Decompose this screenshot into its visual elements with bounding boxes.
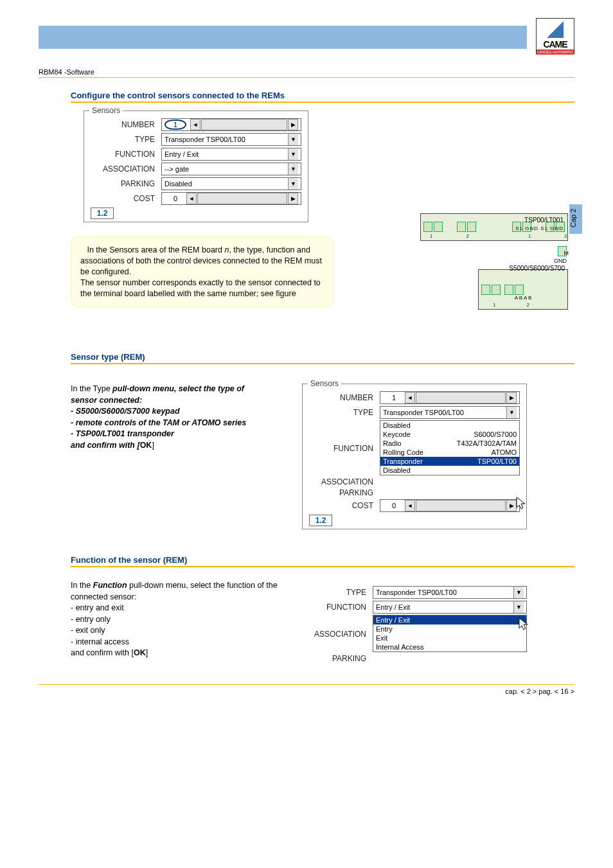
label-cost: COST [91,194,161,203]
dropdown-option[interactable]: Entry [373,624,526,633]
chevron-down-icon: ▼ [513,601,524,613]
info-note: In the Sensors area of the REM board n, … [71,236,334,307]
chevron-down-icon: ▼ [288,148,298,160]
section-title-sensor-type: Sensor type (REM) [71,352,574,364]
spin-left-icon[interactable]: ◄ [190,119,200,130]
label-association: ASSOCIATION [91,164,161,173]
wiring-diagram: TSP00/LT001 S1 GND S1 GND 1212 M GND S50… [420,213,568,328]
panel-legend: Sensors [308,379,341,388]
label-function: FUNCTION [91,150,161,159]
label-type: TYPE [302,588,373,597]
type-dropdown[interactable]: Transponder TSP00/LT00▼ [373,586,527,599]
spin-right-icon[interactable]: ▶ [506,392,517,403]
cursor-icon [518,617,531,631]
association-dropdown[interactable]: --> gate▼ [161,163,301,175]
label-parking: PARKING [309,488,380,497]
type-dropdown-list[interactable]: DisabledKeycodeS6000/S7000RadioT432A/T30… [380,420,520,475]
dropdown-option[interactable]: Exit [373,633,526,642]
breadcrumb: RBM84 -Software [39,68,574,78]
section-title-function: Function of the sensor (REM) [71,555,574,567]
label-type: TYPE [309,408,380,417]
function-dropdown[interactable]: Entry / Exit▼ [373,601,527,614]
page-footer: cap. < 2 > pag. < 16 > [39,684,574,695]
sensors-panel-2: Sensors NUMBER 1 ◄ ▶ TYPE Transponder TS… [302,384,527,529]
chevron-down-icon: ▼ [288,163,298,175]
cost-spinner[interactable]: 0 ◄ ▶ [380,499,520,512]
dropdown-option[interactable]: Rolling CodeATOMO [380,448,519,457]
type-dropdown[interactable]: Transponder TSP00/LT00▼ [161,133,301,146]
function-text: In the Function pull-down menu, select t… [71,580,289,659]
header-band [39,26,527,49]
dropdown-option[interactable]: Internal Access [373,642,526,651]
function-dropdown[interactable]: Entry / Exit▼ [161,148,301,161]
label-parking: PARKING [302,654,373,663]
label-association: ASSOCIATION [302,630,373,639]
section-title-configure: Configure the control sensors connected … [71,91,574,103]
chevron-down-icon: ▼ [513,587,524,598]
cursor-icon [515,496,528,510]
label-association: ASSOCIATION [309,477,380,486]
chevron-down-icon: ▼ [506,407,517,418]
dropdown-option[interactable]: RadioT432A/T302A/TAM [380,439,519,448]
label-cost: COST [309,501,380,510]
brand-logo: CAME CANCELLI AUTOMATICI [536,18,574,54]
label-number: NUMBER [91,120,161,129]
cost-spinner[interactable]: 0 ◄ ▶ [161,192,301,205]
number-spinner[interactable]: 1 ◄ ▶ [161,118,301,131]
spin-left-icon[interactable]: ◄ [186,193,197,204]
spin-right-icon[interactable]: ▶ [288,119,298,130]
label-type: TYPE [91,135,161,144]
dropdown-option[interactable]: KeycodeS6000/S7000 [380,430,519,439]
function-dropdown-list[interactable]: Entry / ExitEntryExitInternal Access [373,615,527,652]
chevron-down-icon: ▼ [288,134,298,145]
spin-left-icon[interactable]: ◄ [405,392,415,403]
panel-legend: Sensors [89,106,123,115]
chevron-down-icon: ▼ [288,178,298,190]
sensor-type-text: In the Type pull-down menu, select the t… [71,384,289,451]
parking-dropdown[interactable]: Disabled▼ [161,177,301,190]
label-parking: PARKING [91,179,161,188]
tab-1-2[interactable]: 1.2 [309,515,332,526]
dropdown-option[interactable]: Disabled [380,466,519,475]
type-dropdown[interactable]: Transponder TSP00/LT00▼ [380,406,520,419]
label-function: FUNCTION [302,603,373,612]
spin-right-icon[interactable]: ▶ [288,193,298,204]
sensors-panel: Sensors NUMBER 1 ◄ ▶ TYPE Transponder TS… [84,111,308,222]
number-spinner[interactable]: 1 ◄ ▶ [380,391,520,404]
sensors-panel-3: TYPE Transponder TSP00/LT00▼ FUNCTION En… [302,580,527,665]
dropdown-option[interactable]: TransponderTSP00/LT00 [380,457,519,466]
dropdown-option[interactable]: Entry / Exit [373,616,526,624]
dropdown-option[interactable]: Disabled [380,421,519,430]
label-number: NUMBER [309,393,380,402]
label-function: FUNCTION [309,444,380,453]
spin-left-icon[interactable]: ◄ [405,500,415,511]
tab-1-2[interactable]: 1.2 [91,208,114,219]
